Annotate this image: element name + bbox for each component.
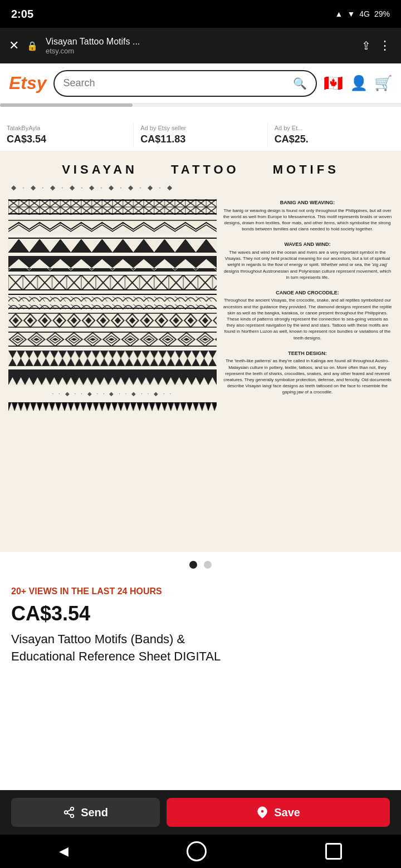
product-previews: TatakByAyla CA$3.54 Ad by Etsy seller CA… <box>0 107 401 151</box>
waves-title: WAVES AND WIND: <box>222 241 393 248</box>
svg-rect-23 <box>8 275 217 290</box>
waves-text: The waves and wind on the ocean and rive… <box>222 249 393 280</box>
canoe-title: CANOE AND CROCODILE: <box>222 289 393 297</box>
tattoo-design: VISAYAN TATTOO MOTIFS ◆ · ◆ · ◆ · ◆ · ◆ … <box>0 151 401 552</box>
lock-icon: 🔒 <box>27 41 38 51</box>
border-band-bottom <box>8 402 217 411</box>
product-price: CA$3.54 <box>11 602 390 625</box>
scale-pattern <box>8 294 217 309</box>
product-title: Visayan Tattoo Motifs (Bands) &Education… <box>11 631 390 665</box>
price-1: CA$11.83 <box>140 134 260 145</box>
cart-icon[interactable]: 🛒 <box>374 75 392 92</box>
tattoo-title-part-2: TATTOO <box>171 162 239 177</box>
status-icons: ▲ ▼ 4G 29% <box>335 9 390 18</box>
decorative-dots-bottom: · · ◆ · · ◆ · · ◆ · · ◆ · · ◆ · · <box>8 388 217 399</box>
battery-percentage: 29% <box>374 9 390 18</box>
menu-icon[interactable]: ⋮ <box>379 38 392 53</box>
etsy-header: Etsy 🔍 🇨🇦 👤 🛒 <box>0 63 401 103</box>
diamond-pattern-1 <box>8 313 217 328</box>
svg-point-58 <box>261 810 264 813</box>
wave-pattern-1 <box>8 218 217 234</box>
page-title: Visayan Tattoo Motifs ... <box>46 37 354 47</box>
signal-icon: ▲ <box>335 9 343 18</box>
teeth-section: TEETH DESIGN: The 'teeth-like patterns' … <box>222 350 393 396</box>
svg-point-53 <box>71 807 74 811</box>
x-pattern <box>8 275 217 290</box>
save-label: Save <box>274 806 300 819</box>
etsy-logo[interactable]: Etsy <box>9 73 47 93</box>
status-time: 2:05 <box>11 8 33 21</box>
carousel-dot-1[interactable] <box>204 561 212 569</box>
svg-rect-49 <box>8 369 217 385</box>
canoe-text: Throughout the ancient Visayas, the croc… <box>222 297 393 341</box>
status-bar: 2:05 ▲ ▼ 4G 29% <box>0 0 401 28</box>
banig-pattern-1 <box>8 199 217 215</box>
decorative-dots-top: ◆ · ◆ · ◆ · ◆ · ◆ · ◆ · ◆ · ◆ · ◆ <box>0 181 401 194</box>
product-image-container: VISAYAN TATTOO MOTIFS ◆ · ◆ · ◆ · ◆ · ◆ … <box>0 151 401 552</box>
share-icon[interactable]: ⇪ <box>361 39 371 52</box>
product-preview-0[interactable]: TatakByAyla CA$3.54 <box>0 122 134 147</box>
browser-bar: ✕ 🔒 Visayan Tattoo Motifs ... etsy.com ⇪… <box>0 28 401 63</box>
views-badge: 20+ VIEWS IN THE LAST 24 HOURS <box>11 586 390 596</box>
bottom-spacer <box>0 674 401 763</box>
teeth-text: The 'teeth-like patterns' as they're cal… <box>222 358 393 395</box>
seller-2: Ad by Et... <box>275 125 394 131</box>
seller-1: Ad by Etsy seller <box>140 125 260 131</box>
banig-title: BANIG AND WEAVING: <box>222 199 393 206</box>
send-button[interactable]: Send <box>11 798 160 827</box>
search-input[interactable] <box>63 77 288 89</box>
wifi-icon: ▼ <box>347 9 355 18</box>
patterns-column: · · ◆ · · ◆ · · ◆ · · ◆ · · ◆ · · <box>8 199 217 411</box>
canoe-section: CANOE AND CROCODILE: Throughout the anci… <box>222 289 393 341</box>
wave-pattern-2 <box>8 237 217 253</box>
teeth-pattern-2 <box>8 369 217 385</box>
svg-rect-10 <box>8 199 217 215</box>
wave-pattern-3 <box>8 256 217 272</box>
product-preview-1[interactable]: Ad by Etsy seller CA$11.83 <box>134 122 267 147</box>
tattoo-title: VISAYAN TATTOO MOTIFS <box>0 151 401 177</box>
product-details: 20+ VIEWS IN THE LAST 24 HOURS CA$3.54 V… <box>0 578 401 674</box>
home-button[interactable] <box>187 841 207 861</box>
banig-text: The banig or weaving design is found not… <box>222 208 393 233</box>
network-icon: 4G <box>359 9 370 18</box>
seller-0: TatakByAyla <box>7 125 126 131</box>
svg-rect-27 <box>8 294 217 309</box>
price-2: CA$25. <box>275 134 394 145</box>
svg-line-57 <box>67 810 71 812</box>
save-button[interactable]: Save <box>167 798 390 827</box>
send-label: Send <box>81 806 108 819</box>
sections-container: · · ◆ · · ◆ · · ◆ · · ◆ · · ◆ · · <box>0 194 401 417</box>
svg-point-54 <box>65 811 68 814</box>
product-preview-2[interactable]: Ad by Et... CA$25. <box>268 122 401 147</box>
browser-close-button[interactable]: ✕ <box>9 38 19 53</box>
search-bar[interactable]: 🔍 <box>53 70 317 97</box>
svg-line-56 <box>67 813 71 815</box>
search-icon: 🔍 <box>293 77 307 90</box>
text-column: BANIG AND WEAVING: The banig or weaving … <box>217 199 393 411</box>
carousel-dot-0[interactable] <box>189 561 197 569</box>
price-0: CA$3.54 <box>7 134 126 145</box>
tattoo-title-part-3: MOTIFS <box>273 162 339 177</box>
tattoo-title-part-1: VISAYAN <box>62 162 138 177</box>
canada-flag-icon[interactable]: 🇨🇦 <box>324 74 343 92</box>
android-nav: ◀ <box>0 835 401 868</box>
user-icon[interactable]: 👤 <box>350 75 368 92</box>
svg-rect-52 <box>8 402 217 411</box>
browser-url: Visayan Tattoo Motifs ... etsy.com <box>46 37 354 55</box>
recents-button[interactable] <box>325 843 342 860</box>
svg-point-55 <box>71 815 74 818</box>
diamond-pattern-2 <box>8 332 217 347</box>
teeth-title: TEETH DESIGN: <box>222 350 393 357</box>
banig-section: BANIG AND WEAVING: The banig or weaving … <box>222 199 393 232</box>
carousel-dots <box>0 552 401 578</box>
teeth-pattern-1 <box>8 351 217 366</box>
svg-rect-40 <box>8 332 217 347</box>
back-button[interactable]: ◀ <box>59 844 69 859</box>
svg-rect-46 <box>8 351 217 366</box>
bottom-action-bar: Send Save <box>0 790 401 835</box>
waves-section: WAVES AND WIND: The waves and wind on th… <box>222 241 393 280</box>
domain: etsy.com <box>46 47 354 55</box>
svg-rect-33 <box>8 313 217 328</box>
